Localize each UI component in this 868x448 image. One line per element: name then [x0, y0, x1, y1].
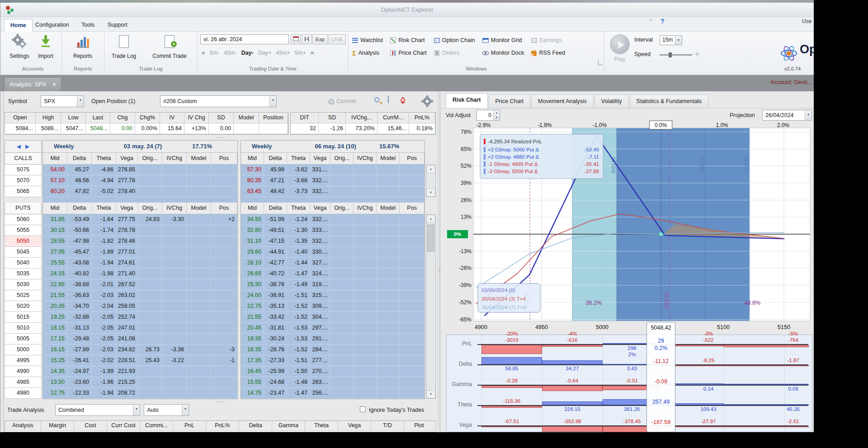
- chain-cell[interactable]: [354, 175, 377, 186]
- chain-cell[interactable]: -1.47: [287, 269, 310, 279]
- chain-cell[interactable]: [400, 344, 425, 355]
- chain-cell[interactable]: 284....: [310, 344, 330, 355]
- chain-cell[interactable]: 263.02: [116, 290, 138, 301]
- chain-cell[interactable]: 31.85: [43, 214, 67, 225]
- chain-cell[interactable]: [400, 279, 425, 290]
- chain-cell[interactable]: -1.53: [287, 334, 310, 344]
- trade-table-cell[interactable]: -11.12: [239, 431, 272, 432]
- chain-cell[interactable]: 315....: [310, 290, 330, 301]
- strike-cell[interactable]: 5035: [5, 269, 42, 279]
- column-header[interactable]: Mid: [43, 203, 67, 214]
- chain-cell[interactable]: -28.76: [264, 344, 287, 355]
- chain-cell[interactable]: 28.10: [241, 258, 264, 269]
- chain-cell[interactable]: [330, 258, 354, 269]
- trade-table-header[interactable]: Gamma: [272, 421, 305, 431]
- chain-cell[interactable]: [187, 323, 211, 334]
- trade-table-cell[interactable]: 741.44: [74, 431, 107, 432]
- chain-cell[interactable]: -1.40: [287, 247, 310, 258]
- summary-value[interactable]: 5047...: [61, 123, 86, 134]
- chain-cell[interactable]: 252.74: [116, 312, 138, 323]
- chain-cell[interactable]: [138, 334, 162, 344]
- trade-table-header[interactable]: Cost: [74, 421, 107, 431]
- chain-cell[interactable]: [211, 225, 237, 236]
- column-header[interactable]: Pos: [211, 153, 237, 164]
- chain-cell[interactable]: -1.94: [92, 388, 116, 399]
- summary-value[interactable]: 5048...: [86, 123, 110, 134]
- chain-cell[interactable]: 21.55: [241, 312, 264, 323]
- chain-cell[interactable]: [187, 247, 211, 258]
- summary-value[interactable]: 15,46...: [377, 123, 409, 134]
- chain-cell[interactable]: [377, 344, 400, 355]
- chain-cell[interactable]: [330, 236, 354, 247]
- trade-table-cell[interactable]: 33.2: [371, 431, 404, 432]
- chain-cell[interactable]: -36.91: [264, 290, 287, 301]
- chain-cell[interactable]: 48.42: [264, 186, 287, 197]
- chain-cell[interactable]: [400, 334, 425, 344]
- import-button[interactable]: Import: [33, 34, 58, 59]
- chain-cell[interactable]: [330, 344, 354, 355]
- trade-table-cell[interactable]: 770.00: [107, 431, 140, 432]
- step-5m-minus[interactable]: 5m-: [210, 50, 220, 56]
- summary-value[interactable]: 73.20%: [346, 123, 377, 134]
- chain-cell[interactable]: [330, 165, 354, 175]
- greek-bar[interactable]: [542, 345, 603, 347]
- chain-cell[interactable]: [377, 269, 400, 279]
- chain-cell[interactable]: 332....: [310, 186, 330, 197]
- interval-select[interactable]: 15m ▼: [660, 35, 682, 45]
- column-header[interactable]: Vega: [310, 203, 330, 214]
- chain-cell[interactable]: [187, 258, 211, 269]
- chain-cell[interactable]: [377, 290, 400, 301]
- chain-cell[interactable]: [330, 175, 354, 186]
- trade-table-header[interactable]: Margin: [41, 421, 74, 431]
- chain-cell[interactable]: 47.21: [264, 175, 287, 186]
- chain-cell[interactable]: [400, 165, 425, 175]
- chain-cell[interactable]: 54.00: [43, 165, 67, 175]
- summary-value[interactable]: 0.00: [209, 123, 234, 134]
- chain-cell[interactable]: 13.50: [43, 377, 67, 388]
- chain-cell[interactable]: -53.49: [67, 214, 92, 225]
- trade-analysis-mode-select[interactable]: Combined ▼: [55, 404, 140, 416]
- chain-cell[interactable]: -1.94: [92, 258, 116, 269]
- column-header[interactable]: Pos: [400, 153, 425, 164]
- chain-cell[interactable]: [400, 186, 425, 197]
- chain-cell[interactable]: -1.52: [287, 344, 310, 355]
- risk-chart[interactable]: 4975.25011.855085.005121.575055.504940.3…: [446, 120, 812, 334]
- chain-cell[interactable]: -33.42: [264, 312, 287, 323]
- chain-cell[interactable]: -38.68: [67, 279, 92, 290]
- chain-cell[interactable]: [330, 186, 354, 197]
- strike-cell[interactable]: 5025: [5, 290, 42, 301]
- greek-bar[interactable]: [724, 384, 809, 385]
- greek-bar[interactable]: [724, 365, 809, 366]
- chain-cell[interactable]: -1.82: [92, 236, 116, 247]
- column-header[interactable]: Delta: [67, 203, 92, 214]
- chain-cell[interactable]: -44.91: [264, 247, 287, 258]
- greek-bar[interactable]: [481, 386, 542, 388]
- chain-cell[interactable]: -3.68: [287, 175, 310, 186]
- column-header[interactable]: Pos: [211, 203, 237, 214]
- scroll-down-icon[interactable]: ▼: [426, 189, 435, 197]
- chain-cell[interactable]: 32.80: [241, 225, 264, 236]
- trade-table-header[interactable]: T/D: [371, 421, 404, 431]
- chain-cell[interactable]: [354, 186, 377, 197]
- tab-home[interactable]: Home: [4, 19, 33, 32]
- chain-cell[interactable]: -1.35: [287, 236, 310, 247]
- chain-cell[interactable]: -23.47: [264, 388, 287, 399]
- chain-cell[interactable]: [187, 312, 211, 323]
- title-bar[interactable]: OptionNET Explorer: [0, 3, 814, 17]
- chain-cell[interactable]: [138, 279, 162, 290]
- chain-cell[interactable]: +2: [211, 214, 237, 225]
- chain-cell[interactable]: -3.22: [162, 355, 187, 366]
- chain-cell[interactable]: -1.44: [287, 258, 310, 269]
- strike-cell[interactable]: 4990: [5, 366, 42, 377]
- chain-cell[interactable]: 277.75: [116, 214, 138, 225]
- column-header[interactable]: Pos: [400, 203, 425, 214]
- chain-cell[interactable]: [187, 269, 211, 279]
- trade-table-header[interactable]: Theta: [305, 421, 338, 431]
- chain-cell[interactable]: -29.48: [67, 334, 92, 344]
- trade-table-cell[interactable]: 0.18%: [206, 431, 239, 432]
- chain-cell[interactable]: [400, 301, 425, 312]
- chain-cell[interactable]: [354, 388, 377, 399]
- chain-cell[interactable]: 25.43: [138, 355, 162, 366]
- puts-scrollbar[interactable]: ▲ ▼: [426, 214, 436, 399]
- chain-cell[interactable]: 14.75: [241, 388, 264, 399]
